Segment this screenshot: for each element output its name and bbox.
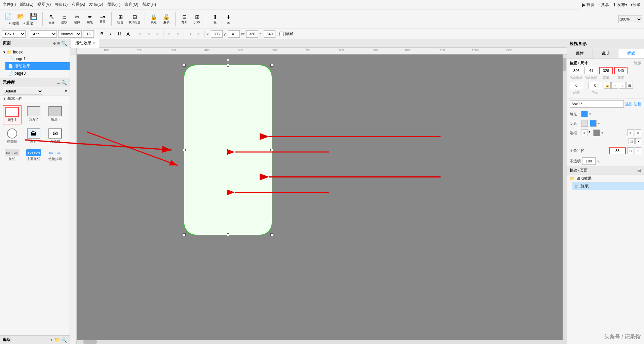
toolbar-open[interactable]: 📂 <box>15 13 27 20</box>
toolbar-lock[interactable]: 🔒 锁定 <box>148 13 160 25</box>
border-all-btn[interactable]: ▪ <box>635 138 641 144</box>
scrollbar-h-thumb[interactable] <box>83 340 97 344</box>
font-selector[interactable]: Arial <box>30 30 57 38</box>
prop-w[interactable] <box>599 67 613 74</box>
shadow-color-box[interactable] <box>581 120 588 127</box>
align-left-btn[interactable]: ≡ <box>136 30 144 38</box>
opacity-input[interactable] <box>582 157 596 165</box>
menu-help[interactable]: 帮助(H) <box>142 2 156 7</box>
fill-color-box[interactable] <box>581 111 588 117</box>
color-btn[interactable]: A <box>124 30 132 38</box>
box-selector[interactable]: Box 1 <box>2 30 26 38</box>
master-add-icon[interactable]: + <box>50 337 53 343</box>
pages-settings-icon[interactable]: ≡ <box>57 41 60 46</box>
handle-ml[interactable] <box>183 149 186 151</box>
widget-lib-menu-icon[interactable]: ≡ <box>57 80 60 85</box>
tab-notes[interactable]: 说明 <box>593 49 619 58</box>
toolbar-new[interactable]: 📄 <box>2 13 14 20</box>
handle-tl[interactable] <box>183 64 186 67</box>
layer-filter-icon[interactable]: ⊟ <box>637 167 641 173</box>
list-btn[interactable]: ≡ <box>174 30 182 38</box>
border-align-btn2[interactable]: ≡ <box>635 129 641 136</box>
widget-placeholder[interactable]: ✉ 占位符 <box>46 127 65 145</box>
border-style-btn[interactable]: ≡ <box>581 129 588 136</box>
widget-image[interactable]: 🏔 图片 <box>24 127 43 145</box>
menu-view[interactable]: 视图(V) <box>37 2 51 7</box>
prop-y[interactable] <box>584 67 598 74</box>
toolbar-connect[interactable]: ⊏ 连线 <box>58 12 70 26</box>
w-input[interactable]: 326 <box>246 30 258 38</box>
menu-account[interactable]: 账户(O) <box>124 2 138 7</box>
border-color-box[interactable] <box>593 129 600 136</box>
toolbar-save[interactable]: 💾 <box>28 13 40 20</box>
menu-publish[interactable]: 发布(G) <box>89 2 103 7</box>
y-input[interactable]: 41 <box>228 30 240 38</box>
line-height-btn[interactable]: ≡ <box>165 30 173 38</box>
pages-add-icon[interactable]: + <box>53 41 56 46</box>
top-publish-btn[interactable]: ⬆ 发布▾ <box>612 2 627 8</box>
layer-item-scroll[interactable]: 📁 滚动效果 <box>567 175 644 182</box>
toolbar-pen[interactable]: ✒ 钢笔 <box>84 12 96 26</box>
italic-btn[interactable]: I <box>107 30 114 38</box>
name-link-border[interactable]: 边框 <box>634 102 641 107</box>
underline-btn[interactable]: U <box>116 30 123 38</box>
tree-item-index[interactable]: ▼ 📁 index <box>0 49 70 55</box>
toolbar-order-down[interactable]: ⬇ 至 <box>222 13 234 25</box>
bold-btn[interactable]: B <box>98 30 106 38</box>
menu-layout[interactable]: 布局(A) <box>72 2 85 7</box>
widget-primary-btn[interactable]: BUTTON 主要按钮 <box>24 148 43 163</box>
text-more-btn[interactable]: ≡ <box>195 30 202 38</box>
h-input[interactable]: 640 <box>264 30 275 38</box>
menu-edit[interactable]: 编辑(E) <box>20 2 33 7</box>
border-dropdown[interactable]: ▾ <box>601 131 603 135</box>
canvas-content[interactable] <box>77 54 567 344</box>
handle-br[interactable] <box>270 233 273 236</box>
border-side-btn[interactable]: □ <box>629 138 635 144</box>
canvas-tab-scroll[interactable]: 滚动效果 × <box>71 39 99 48</box>
canvas-tab-close[interactable]: × <box>93 41 95 45</box>
master-folder-icon[interactable]: 📁 <box>54 337 60 343</box>
widget-button[interactable]: BUTTON 按钮 <box>3 148 22 163</box>
menu-file[interactable]: 文件(F) <box>3 2 16 7</box>
border-align-btn1[interactable]: ≡ <box>627 129 634 136</box>
align-center-btn[interactable]: ≡ <box>145 30 152 38</box>
tree-item-page3[interactable]: 📄 page3 <box>5 70 70 77</box>
toolbar-group[interactable]: ⊞ 组合 <box>114 13 126 25</box>
corner-radius-btn2[interactable]: ▪ <box>635 147 641 154</box>
toolbar-order-up[interactable]: ⬆ 互 <box>209 13 221 25</box>
widget-category-select[interactable]: Default <box>3 88 43 94</box>
scrollbar-v[interactable] <box>563 54 567 340</box>
handle-tr[interactable] <box>270 64 273 67</box>
tree-item-scroll[interactable]: 📄 滚动效果 <box>5 62 70 70</box>
hidden-checkbox[interactable] <box>279 32 284 36</box>
zoom-select[interactable]: 100% 50% 150% 200% <box>618 15 642 23</box>
widget-lib-search-icon[interactable]: 🔍 <box>61 80 67 85</box>
font-size-input[interactable]: 13 <box>83 30 94 38</box>
align-right-btn[interactable]: ≡ <box>154 30 161 38</box>
shadow-color-box2[interactable] <box>590 120 597 127</box>
lock-ratio-btn[interactable]: 🔒 <box>604 82 611 89</box>
widget-ellipse[interactable]: 椭圆形 <box>3 127 22 145</box>
pages-search-icon[interactable]: 🔍 <box>61 41 67 46</box>
tab-style[interactable]: 样式 <box>618 49 644 58</box>
align-self-btn[interactable]: ⊟ <box>626 82 633 89</box>
prop-rot[interactable] <box>570 82 583 89</box>
menu-project[interactable]: 项目(J) <box>55 2 68 7</box>
flip-v-btn[interactable]: ↕ <box>619 82 626 89</box>
toolbar-distribute[interactable]: ⊞ 分布 <box>191 13 203 25</box>
widget-link-btn[interactable]: BUTTON 链接按钮 <box>46 148 65 163</box>
flip-h-btn[interactable]: ↔ <box>611 82 618 89</box>
top-invest-btn[interactable]: ▶ 投资 <box>582 2 595 8</box>
tree-item-page1[interactable]: 📄 page1 <box>5 55 70 62</box>
toolbar-undo[interactable]: ↩ 撤消 <box>7 21 21 26</box>
toolbar-align[interactable]: ⊟ 对齐 <box>178 13 190 25</box>
toolbar-crop[interactable]: ✂ 裁剪 <box>71 12 83 26</box>
prop-x[interactable] <box>570 67 583 74</box>
text-indent-btn[interactable]: ⇥ <box>186 30 193 38</box>
handle-bl[interactable] <box>183 233 186 236</box>
corner-radius-input[interactable] <box>609 147 626 154</box>
prop-text-offset[interactable] <box>589 82 602 89</box>
widget-rect3[interactable]: 矩形3 <box>46 105 65 124</box>
widget-name-input[interactable]: Box 1* <box>570 100 624 108</box>
handle-bm[interactable] <box>227 233 229 236</box>
